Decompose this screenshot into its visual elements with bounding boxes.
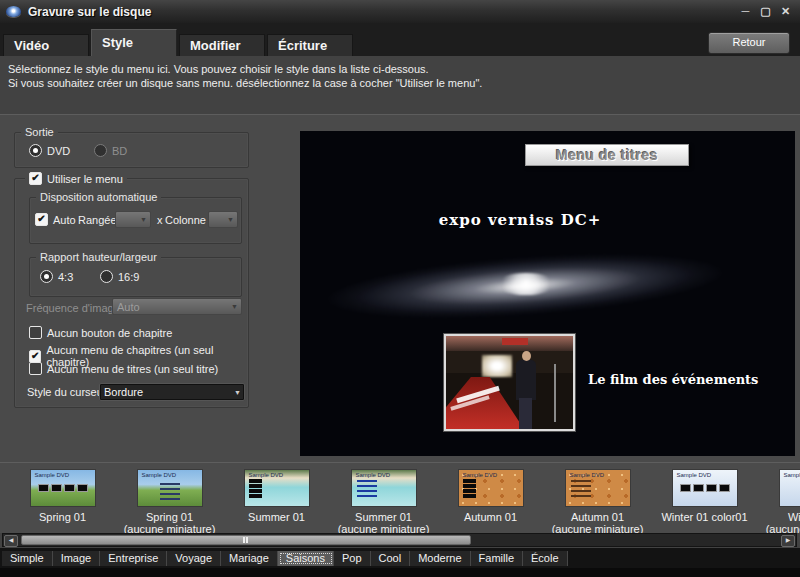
style-thumbnail-subtitle: (aucune miniature) [331, 523, 436, 533]
radio-dvd-icon [29, 144, 42, 157]
style-thumbnail[interactable]: Sample DVD Winter 01 color01 [652, 469, 757, 523]
tab-ecriture[interactable]: Écriture [267, 34, 353, 56]
disposition-group-title: Disposition automatique [36, 191, 161, 203]
checkbox-icon: ✔ [29, 362, 42, 375]
style-thumbnail[interactable]: Sample DVD Spring 01 (aucune miniature) [117, 469, 222, 533]
burn-disc-window: Gravure sur le disque ─ ▢ ✕ Vidéo Style … [0, 0, 800, 577]
maximize-icon[interactable]: ▢ [759, 5, 772, 18]
scroll-right-icon[interactable]: ▶ [781, 535, 795, 547]
category-tab-entreprise[interactable]: Entreprise [100, 551, 167, 566]
rangee-label: Rangée [78, 214, 117, 226]
video-thumbnail[interactable] [444, 334, 575, 431]
colonne-select: ▼ [208, 211, 238, 228]
style-thumbnail-image: Sample DVD [244, 469, 310, 507]
sample-dvd-text: Sample DVD [784, 472, 800, 478]
style-thumbnail[interactable]: Sample DVD Autumn 01 [438, 469, 543, 523]
category-tab-bar: SimpleImageEntrepriseVoyageMariageSaison… [0, 548, 800, 568]
checkbox-aucun-menu-titres[interactable]: ✔ Aucun menu de titres (un seul titre) [29, 362, 218, 375]
colonne-label: Colonne [165, 214, 206, 226]
style-thumbnail-image: Sample DVD [779, 469, 800, 507]
style-thumbnail-image: Sample DVD [458, 469, 524, 507]
checkbox-icon: ✔ [35, 213, 48, 226]
category-tab-moderne[interactable]: Moderne [410, 551, 470, 566]
galaxy-core [496, 273, 556, 295]
dropdown-arrow-icon: ▼ [228, 303, 241, 310]
radio-16-9[interactable]: 16:9 [100, 270, 139, 283]
radio-4-3[interactable]: 4:3 [40, 270, 73, 283]
retour-button[interactable]: Retour [708, 32, 790, 54]
category-tab-famille[interactable]: Famille [471, 551, 523, 566]
style-thumbnail-name: Autumn 01 [438, 511, 543, 523]
scrollbar-thumb[interactable] [21, 535, 471, 545]
style-thumbnail[interactable]: Sample DVD Summer 01 [224, 469, 329, 523]
scroll-left-icon[interactable]: ◀ [4, 535, 18, 547]
sample-dvd-text: Sample DVD [463, 472, 498, 478]
disposition-groupbox: Disposition automatique ✔ Auto Rangée ▼ … [29, 197, 242, 244]
check-icon: ✔ [37, 214, 45, 224]
style-thumbnail-subtitle: (aucune miniature) [759, 523, 800, 533]
curseur-label: Style du curseur [27, 386, 106, 398]
category-tab-école[interactable]: École [523, 551, 568, 566]
category-tab-cool[interactable]: Cool [371, 551, 411, 566]
category-tab-voyage[interactable]: Voyage [167, 551, 221, 566]
checkbox-icon: ✔ [29, 172, 42, 185]
scrollbar-grip [243, 537, 248, 543]
window-controls: ─ ▢ ✕ [739, 5, 800, 18]
checkbox-auto[interactable]: ✔ Auto [35, 213, 76, 226]
style-thumbnail[interactable]: Sample DVD Winter 01 (aucune miniature) [759, 469, 800, 533]
style-thumbnail-subtitle: (aucune miniature) [117, 523, 222, 533]
rapport-groupbox: Rapport hauteur/largeur 4:3 16:9 [29, 257, 242, 297]
disc-icon [6, 6, 21, 17]
category-tab-image[interactable]: Image [53, 551, 101, 566]
style-thumbnail-image: Sample DVD [672, 469, 738, 507]
checkbox-utiliser-le-menu[interactable]: ✔ Utiliser le menu [25, 172, 127, 185]
close-icon[interactable]: ✕ [779, 5, 792, 18]
style-thumbnail-strip: Sample DVD Spring 01 Sample DVD Spring 0… [0, 462, 800, 533]
tab-style[interactable]: Style [91, 29, 177, 56]
style-thumbnail-name: Winter 01 [759, 511, 800, 523]
menu-groupbox: ✔ Utiliser le menu Disposition automatiq… [14, 178, 249, 408]
frequence-label: Fréquence d'images [26, 302, 125, 314]
style-thumbnail-image: Sample DVD [30, 469, 96, 507]
instruction-line-2: Si vous souhaitez créer un disque sans m… [8, 76, 482, 90]
top-tab-bar: Vidéo Style Modifier Écriture Retour [0, 23, 800, 56]
style-thumbnail-name: Winter 01 color01 [652, 511, 757, 523]
rangee-select: ▼ [115, 211, 151, 228]
menu-preview: Menu de titres expo verniss DC+ Le film … [300, 131, 795, 456]
minimize-icon[interactable]: ─ [739, 5, 752, 18]
titlebar: Gravure sur le disque ─ ▢ ✕ [0, 0, 800, 24]
checkbox-aucun-bouton-chapitre[interactable]: ✔ Aucun bouton de chapitre [29, 326, 172, 339]
radio-bd-icon [94, 144, 107, 157]
x-label: x [157, 214, 163, 226]
sortie-groupbox: Sortie DVD BD [14, 132, 249, 168]
sample-dvd-text: Sample DVD [356, 472, 391, 478]
category-tab-mariage[interactable]: Mariage [221, 551, 278, 566]
rapport-group-title: Rapport hauteur/largeur [36, 251, 161, 263]
window-bottom-edge [0, 568, 800, 577]
tab-video[interactable]: Vidéo [3, 34, 89, 56]
style-thumbnail[interactable]: Sample DVD Summer 01 (aucune miniature) [331, 469, 436, 533]
radio-dvd[interactable]: DVD [29, 144, 70, 157]
radio-icon [40, 270, 53, 283]
sample-dvd-text: Sample DVD [35, 472, 70, 478]
style-thumbnail-name: Summer 01 [331, 511, 436, 523]
style-thumbnail-image: Sample DVD [137, 469, 203, 507]
curseur-select[interactable]: Bordure ▼ [99, 383, 245, 401]
check-icon: ✔ [31, 351, 39, 361]
style-thumbnail-image: Sample DVD [351, 469, 417, 507]
sample-dvd-text: Sample DVD [142, 472, 177, 478]
category-tab-saisons[interactable]: Saisons [278, 551, 334, 566]
sample-dvd-text: Sample DVD [677, 472, 712, 478]
menu-title-text: expo verniss DC+ [420, 211, 620, 229]
instruction-line-1: Sélectionnez le style du menu ici. Vous … [8, 62, 482, 76]
menu-banner: Menu de titres [525, 144, 689, 166]
check-icon: ✔ [31, 173, 39, 183]
thumbnail-scrollbar[interactable]: ◀ ▶ [2, 533, 797, 547]
tab-modifier[interactable]: Modifier [179, 34, 265, 56]
category-tab-simple[interactable]: Simple [2, 551, 53, 566]
window-title: Gravure sur le disque [28, 5, 151, 19]
radio-icon [100, 270, 113, 283]
style-thumbnail[interactable]: Sample DVD Spring 01 [10, 469, 115, 523]
category-tab-pop[interactable]: Pop [334, 551, 371, 566]
style-thumbnail[interactable]: Sample DVD Autumn 01 (aucune miniature) [545, 469, 650, 533]
